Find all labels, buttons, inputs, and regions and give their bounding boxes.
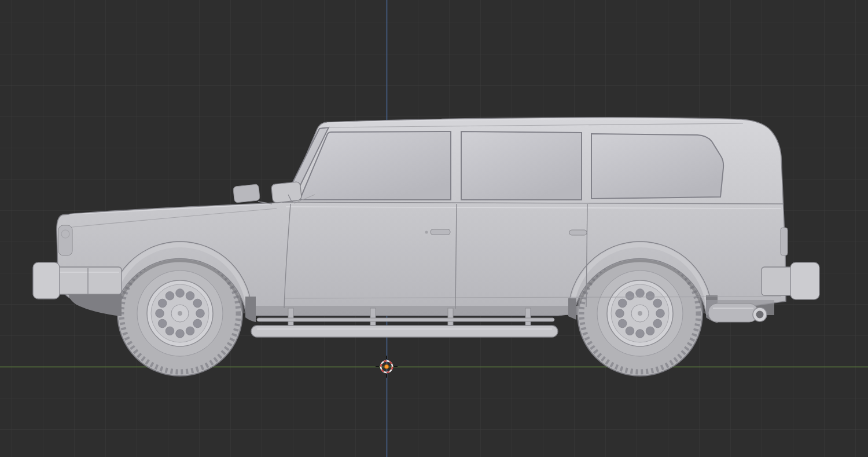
rear-bumper-bar: [762, 267, 794, 295]
taillight: [781, 228, 788, 255]
front-door-lock: [425, 231, 428, 234]
side-mirror: [271, 181, 301, 203]
blender-3d-viewport[interactable]: [0, 0, 868, 457]
rear-front-mud-flap: [568, 298, 576, 320]
front-door-handle: [431, 229, 450, 235]
quarter-window: [591, 134, 723, 199]
far-side-mirror: [233, 184, 260, 203]
viewport-canvas[interactable]: [0, 0, 868, 457]
rear-door-window: [461, 131, 582, 200]
front-bumper-end-cap: [33, 262, 60, 299]
rear-bumper-end-cap: [790, 262, 819, 299]
step-upper-rail: [257, 318, 554, 321]
front-mud-flap: [245, 297, 256, 322]
object-origin-dot: [384, 364, 388, 368]
front-bumper-bar: [51, 267, 122, 294]
exhaust-muffler: [708, 304, 758, 322]
rear-door-handle: [569, 230, 587, 235]
tailpipe-bore: [756, 311, 764, 319]
running-board: [251, 326, 558, 337]
